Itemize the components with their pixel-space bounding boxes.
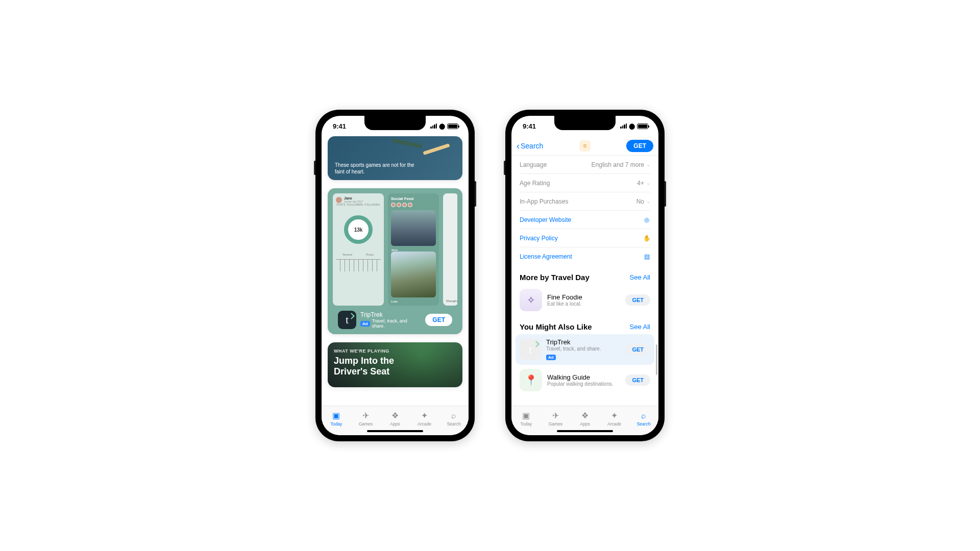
playing-eyebrow: WHAT WE'RE PLAYING: [334, 348, 456, 354]
status-time: 9:41: [523, 122, 536, 130]
app-subtitle: Popular walking destinations.: [547, 381, 620, 387]
tab-games[interactable]: ✈Games: [351, 406, 381, 431]
today-icon: ▣: [331, 411, 342, 420]
tab-today[interactable]: ▣Today: [511, 406, 541, 431]
sports-illustration: [387, 138, 453, 162]
also-like-title: You Might Also Like: [520, 322, 592, 331]
status-indicators: ⬤: [620, 123, 648, 130]
search-icon: ⌕: [638, 411, 649, 420]
today-icon: ▣: [521, 411, 532, 420]
ad-footer: t TripTrek Ad Travel, track, and share. …: [333, 306, 457, 334]
tab-arcade[interactable]: ✦Arcade: [410, 406, 439, 431]
status-time: 9:41: [333, 122, 346, 130]
cellular-icon: [430, 123, 437, 129]
playing-story-card[interactable]: WHAT WE'RE PLAYING Jump Into theDriver's…: [328, 342, 462, 387]
tab-search[interactable]: ⌕Search: [439, 406, 469, 431]
fine-foodie-icon: ✧: [520, 289, 542, 311]
app-row-triptrek-ad[interactable]: t TripTrek Travel, track, and share. Ad …: [516, 334, 654, 365]
link-privacy-policy[interactable]: Privacy Policy ✋: [520, 229, 650, 247]
app-subtitle: Travel, track, and share.: [546, 346, 620, 352]
nav-app-icon: ≡: [579, 140, 591, 152]
chevron-down-icon: ⌄: [646, 180, 650, 186]
info-list: Language English and 7 more⌄ Age Rating …: [511, 156, 658, 266]
layers-icon: ❖: [579, 411, 591, 420]
info-row-iap[interactable]: In-App Purchases No⌄: [520, 192, 650, 211]
app-row-fine-foodie[interactable]: ✧ Fine Foodie Eat like a local. GET: [511, 285, 658, 315]
ad-badge: Ad: [546, 355, 556, 360]
today-feed[interactable]: These sports games are not for the faint…: [322, 136, 469, 406]
screen: 9:41 ⬤ ‹ Search ≡ GET Language English a…: [511, 116, 658, 435]
get-button[interactable]: GET: [625, 294, 650, 306]
get-button[interactable]: GET: [625, 344, 650, 355]
battery-icon: [447, 123, 458, 129]
nav-bar: ‹ Search ≡ GET: [511, 136, 658, 156]
app-row-walking-guide[interactable]: 📍 Walking Guide Popular walking destinat…: [511, 365, 658, 395]
app-name: Walking Guide: [547, 373, 620, 381]
ad-app-name: TripTrek: [360, 311, 421, 318]
phone-mockup-today: 9:41 ⬤ These sports games are not for th…: [315, 110, 475, 441]
hand-icon: ✋: [643, 235, 650, 242]
ad-badge: Ad: [360, 321, 370, 327]
compass-icon: ◎: [643, 216, 650, 223]
app-subtitle: Eat like a local.: [547, 301, 620, 307]
tab-apps[interactable]: ❖Apps: [380, 406, 410, 431]
cellular-icon: [620, 123, 627, 129]
layers-icon: ❖: [389, 411, 401, 420]
ad-card-triptrek[interactable]: JaneJordan last 2017 POSTSFOLLOWERSFOLLO…: [328, 188, 462, 334]
tab-games[interactable]: ✈Games: [541, 406, 571, 431]
link-developer-website[interactable]: Developer Website ◎: [520, 211, 650, 229]
sports-caption: These sports games are not for the faint…: [335, 162, 416, 175]
app-name: Fine Foodie: [547, 293, 620, 301]
home-indicator[interactable]: [367, 430, 423, 432]
chevron-down-icon: ⌄: [646, 198, 650, 204]
nav-get-button[interactable]: GET: [626, 140, 653, 152]
notch: [554, 116, 616, 130]
tab-today[interactable]: ▣Today: [322, 406, 351, 431]
scroll-indicator[interactable]: [656, 344, 657, 375]
app-name: TripTrek: [546, 338, 620, 346]
phone-mockup-detail: 9:41 ⬤ ‹ Search ≡ GET Language English a…: [505, 110, 665, 441]
document-icon: ▤: [643, 253, 650, 260]
see-all-button[interactable]: See All: [630, 323, 650, 331]
walking-guide-icon: 📍: [520, 369, 542, 391]
triptrek-app-icon: t: [338, 311, 356, 329]
ad-screenshot-3: Shanghai: [443, 193, 457, 306]
link-license[interactable]: License Agreement ▤: [520, 247, 650, 266]
rocket-icon: ✈: [360, 411, 371, 420]
playing-headline: Jump Into theDriver's Seat: [334, 356, 456, 377]
screen: 9:41 ⬤ These sports games are not for th…: [322, 116, 469, 435]
sports-story-card[interactable]: These sports games are not for the faint…: [328, 136, 462, 180]
ad-app-subtitle: Travel, track, and share.: [372, 318, 422, 329]
notch: [364, 116, 426, 130]
tab-apps[interactable]: ❖Apps: [570, 406, 600, 431]
rocket-icon: ✈: [550, 411, 561, 420]
status-indicators: ⬤: [430, 123, 458, 130]
back-button[interactable]: ‹ Search: [517, 141, 543, 151]
get-button[interactable]: GET: [425, 314, 452, 326]
home-indicator[interactable]: [557, 430, 613, 432]
app-detail-scroll[interactable]: Language English and 7 more⌄ Age Rating …: [511, 156, 658, 406]
joystick-icon: ✦: [609, 411, 620, 420]
wifi-icon: ⬤: [629, 123, 635, 130]
joystick-icon: ✦: [419, 411, 430, 420]
search-icon: ⌕: [448, 411, 459, 420]
info-row-age[interactable]: Age Rating 4+⌄: [520, 174, 650, 192]
ad-screenshot-carousel[interactable]: JaneJordan last 2017 POSTSFOLLOWERSFOLLO…: [333, 193, 457, 306]
ad-screenshot-2: Social Feed Jane Luke: [388, 193, 439, 306]
get-button[interactable]: GET: [625, 374, 650, 386]
wifi-icon: ⬤: [439, 123, 445, 130]
tab-arcade[interactable]: ✦Arcade: [600, 406, 629, 431]
section-more-by: More by Travel Day See All: [511, 266, 658, 285]
battery-icon: [637, 123, 648, 129]
triptrek-app-icon: t: [520, 339, 541, 360]
see-all-button[interactable]: See All: [630, 273, 650, 281]
more-by-title: More by Travel Day: [520, 273, 590, 282]
chevron-left-icon: ‹: [517, 141, 520, 151]
chevron-down-icon: ⌄: [646, 162, 650, 167]
back-label: Search: [521, 142, 543, 150]
ad-screenshot-1: JaneJordan last 2017 POSTSFOLLOWERSFOLLO…: [333, 193, 384, 306]
tab-search[interactable]: ⌕Search: [629, 406, 658, 431]
section-also-like: You Might Also Like See All: [511, 315, 658, 334]
info-row-language[interactable]: Language English and 7 more⌄: [520, 156, 650, 174]
